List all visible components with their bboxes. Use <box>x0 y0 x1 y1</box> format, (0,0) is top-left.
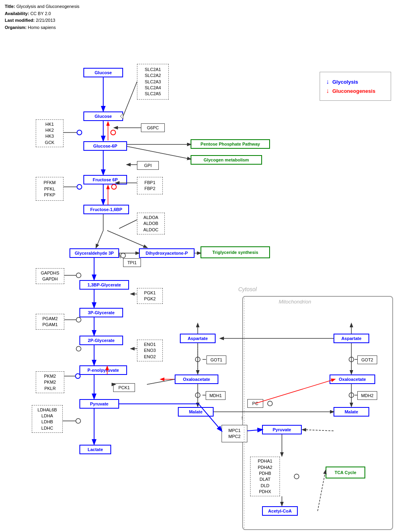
diagram-area: ↓ Glycolysis ↓ Gluconeogenesis Cytosol M… <box>0 34 403 532</box>
got2-box[interactable]: GOT2 <box>357 355 377 364</box>
got1-box[interactable]: GOT1 <box>206 355 226 364</box>
pyruvate-left-box[interactable]: Pyruvate <box>79 399 119 409</box>
oxaloacetate-cyt-box[interactable]: Oxaloacetate <box>175 375 218 384</box>
pkm-box[interactable]: PKM2 PKM2 PKLR <box>36 371 64 393</box>
fbp-box[interactable]: FBP1 FBP2 <box>137 177 163 194</box>
last-modified-value: 2/21/2013 <box>36 18 55 23</box>
glucose-mid-box[interactable]: Glucose <box>83 111 123 121</box>
pfk-box[interactable]: PFKM PFKL PFKP <box>36 177 64 201</box>
organism-label: Organism: <box>5 25 27 30</box>
tpi1-box[interactable]: TPI1 <box>123 258 141 267</box>
aspartate-mito-box[interactable]: Aspartate <box>334 334 369 343</box>
svg-point-44 <box>76 419 81 423</box>
pgk-box[interactable]: PGK1 PGK2 <box>137 288 163 304</box>
malate-mito-box[interactable]: Malate <box>334 407 369 417</box>
legend: ↓ Glycolysis ↓ Gluconeogenesis <box>320 72 391 101</box>
slc-box[interactable]: SLC2A1 SLC2A2 SLC2A3 SLC2A4 SLC2A5 <box>137 64 169 100</box>
g6pc-box[interactable]: G6PC <box>141 123 165 132</box>
malate-cyt-box[interactable]: Malate <box>178 407 214 417</box>
svg-line-10 <box>127 146 191 159</box>
page-header: Title: Glycolysis and Gluconeogenesis Av… <box>0 0 403 34</box>
organism-value: Homo sapiens <box>28 25 56 30</box>
fructose6p-box[interactable]: Fructose 6P <box>83 175 127 184</box>
dhap-box[interactable]: Dihydroxyacetone-P <box>139 248 195 258</box>
svg-point-28 <box>76 273 81 278</box>
svg-point-33 <box>76 317 81 322</box>
fructose16bp-box[interactable]: Fructose-1,6BP <box>83 205 129 214</box>
mpc-box[interactable]: MPC1 MPC2 <box>222 425 247 442</box>
mdh2-box[interactable]: MDH2 <box>357 391 377 400</box>
glycolysis-legend: ↓ Glycolysis <box>326 78 385 85</box>
oxaloacetate-mito-box[interactable]: Oxaloacetate <box>330 375 375 384</box>
aspartate-cyt-box[interactable]: Aspartate <box>180 334 216 343</box>
pc-box[interactable]: PC <box>247 399 263 408</box>
svg-line-20 <box>96 230 103 248</box>
glucose6p-box[interactable]: Glucose-6P <box>83 141 127 151</box>
gapdhs-box[interactable]: GAPDHS GAPDH <box>36 268 64 284</box>
p2glycerate-box[interactable]: 2P-Glycerate <box>79 336 123 345</box>
svg-line-25 <box>119 253 120 258</box>
glycolysis-arrow-icon: ↓ <box>326 78 329 85</box>
glyceraldehyde3p-box[interactable]: Glyceraldehyde 3P <box>69 248 119 258</box>
gpi-box[interactable]: GPI <box>137 161 159 170</box>
aldoa-box[interactable]: ALDOA ALDOB ALDOC <box>137 213 165 234</box>
glucose-top-box[interactable]: Glucose <box>83 68 123 77</box>
glycolysis-label: Glycolysis <box>332 79 358 85</box>
penolpyruvate-box[interactable]: P-enolpyruvate <box>79 365 127 375</box>
last-modified-label: Last modified: <box>5 18 35 23</box>
ldh-box[interactable]: LDHAL6B LDHA LDHB LDHC <box>32 405 63 433</box>
hk-box[interactable]: HK1 HK2 HK3 GCK <box>36 119 64 147</box>
svg-line-54 <box>147 379 175 384</box>
pck1-box[interactable]: PCK1 <box>113 383 135 392</box>
pdha-box[interactable]: PDHA1 PDHA2 PDHB DLAT DLD PDHX <box>250 457 280 496</box>
availability-value: CC BY 2.0 <box>30 11 51 16</box>
gluconeogenesis-legend: ↓ Gluconeogenesis <box>326 87 385 94</box>
svg-point-14 <box>77 184 82 189</box>
mitochondrion-label: Mitochondrion <box>279 299 311 305</box>
svg-point-23 <box>121 253 125 258</box>
gluconeogenesis-label: Gluconeogenesis <box>332 88 375 94</box>
cytosol-label: Cytosol <box>238 286 257 292</box>
pyruvate-mito-box[interactable]: Pyruvate <box>262 425 302 434</box>
svg-point-16 <box>112 184 116 189</box>
svg-line-1 <box>123 82 137 116</box>
gluconeogenesis-arrow-icon: ↓ <box>326 87 329 94</box>
svg-point-37 <box>76 346 81 351</box>
pentose-box[interactable]: Pentose Phosphate Pathway <box>191 139 270 149</box>
lactate-box[interactable]: Lactate <box>79 445 111 454</box>
svg-point-55 <box>195 393 200 398</box>
p3glycerate-box[interactable]: 3P-Glycerate <box>79 308 123 317</box>
svg-line-22 <box>119 220 137 229</box>
glycogen-box[interactable]: Glycogen metabolism <box>191 155 262 165</box>
tca-box[interactable]: TCA Cycle <box>326 467 365 478</box>
availability-label: Availability: <box>5 11 29 16</box>
svg-point-49 <box>195 357 200 362</box>
triglyceride-box[interactable]: Triglyceride synthesis <box>201 246 270 258</box>
title-value: Glycolysis and Gluconeogenesis <box>16 4 79 9</box>
bp13glycerate-box[interactable]: 1,3BP-Glycerate <box>79 280 129 290</box>
mdh1-box[interactable]: MDH1 <box>206 391 226 400</box>
eno-box[interactable]: ENO1 ENO3 ENO2 <box>137 340 163 361</box>
acetyl-coa-box[interactable]: Acetyl-CoA <box>262 506 298 516</box>
pgam-box[interactable]: PGAM2 PGAM1 <box>36 314 64 330</box>
title-label: Title: <box>5 4 15 9</box>
svg-point-8 <box>111 130 116 135</box>
svg-point-6 <box>77 130 82 135</box>
